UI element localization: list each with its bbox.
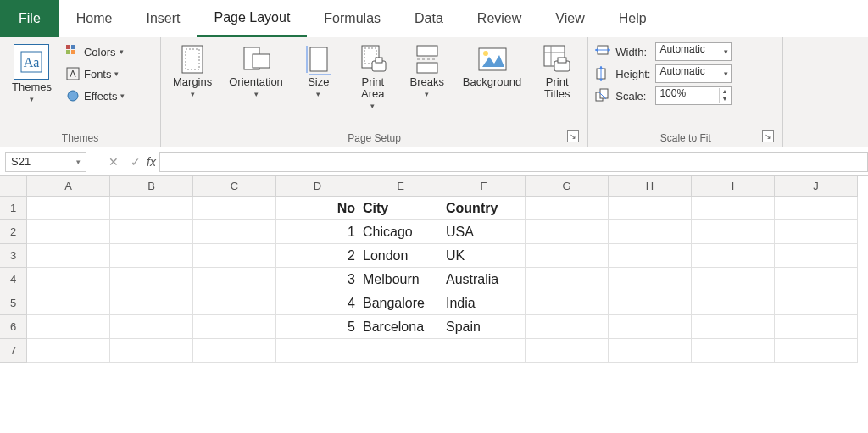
fx-icon[interactable]: fx [147,155,159,169]
cell[interactable]: No [276,197,359,220]
cell[interactable]: Spain [442,315,526,339]
cell[interactable] [110,244,193,268]
cell[interactable] [692,315,775,339]
row-header[interactable]: 1 [0,197,27,220]
col-header[interactable]: D [276,176,359,197]
cell[interactable]: Australia [442,268,526,291]
cell[interactable]: USA [442,220,526,244]
accept-formula-icon[interactable]: ✓ [125,155,147,169]
cell[interactable]: India [442,291,526,315]
cell[interactable] [193,220,276,244]
tab-view[interactable]: View [538,0,601,37]
background-button[interactable]: Background [458,42,526,90]
tab-page-layout[interactable]: Page Layout [197,0,307,37]
fonts-button[interactable]: A Fonts ▾ [64,64,127,83]
cell[interactable] [193,244,276,268]
row-header[interactable]: 7 [0,339,27,363]
cell[interactable] [27,268,110,291]
cell[interactable]: 5 [276,315,359,339]
cell[interactable]: London [359,244,442,268]
cell[interactable] [692,291,775,315]
themes-button[interactable]: Aa Themes ▾ [7,42,57,105]
cell[interactable] [775,315,858,339]
cell[interactable] [775,268,858,291]
cell[interactable] [609,220,692,244]
print-titles-button[interactable]: Print Titles [533,42,581,102]
cell[interactable] [609,244,692,268]
cell[interactable] [442,339,526,363]
cell[interactable] [27,220,110,244]
cell[interactable]: 3 [276,268,359,291]
row-header[interactable]: 4 [0,268,27,291]
cell[interactable] [692,244,775,268]
tab-review[interactable]: Review [460,0,538,37]
tab-formulas[interactable]: Formulas [307,0,398,37]
cell[interactable] [193,291,276,315]
tab-help[interactable]: Help [602,0,664,37]
width-select[interactable]: Automatic▾ [655,42,732,61]
margins-button[interactable]: Margins ▾ [168,42,217,100]
col-header[interactable]: C [193,176,276,197]
cell[interactable] [692,220,775,244]
orientation-button[interactable]: Orientation ▾ [224,42,288,100]
cell[interactable] [359,339,442,363]
cell[interactable] [526,291,609,315]
colors-button[interactable]: Colors ▾ [64,42,127,61]
cell[interactable] [526,220,609,244]
cell[interactable] [193,268,276,291]
cancel-formula-icon[interactable]: ✕ [103,155,125,169]
cell[interactable] [110,315,193,339]
cell[interactable] [775,339,858,363]
cell[interactable] [27,339,110,363]
cell[interactable]: City [359,197,442,220]
dialog-launcher-icon[interactable]: ↘ [567,130,579,142]
tab-data[interactable]: Data [398,0,460,37]
cell[interactable] [609,291,692,315]
cell[interactable] [609,315,692,339]
worksheet-grid[interactable]: A B C D E F G H I J 1 No City Country 2 … [0,176,868,363]
height-select[interactable]: Automatic▾ [655,64,732,83]
col-header[interactable]: A [27,176,110,197]
scale-spinner[interactable]: 100% ▲▼ [655,86,732,105]
cell[interactable] [692,268,775,291]
cell[interactable]: Chicago [359,220,442,244]
col-header[interactable]: I [692,176,775,197]
cell[interactable]: 2 [276,244,359,268]
cell[interactable] [692,197,775,220]
col-header[interactable]: E [359,176,442,197]
cell[interactable] [110,220,193,244]
cell[interactable] [27,315,110,339]
row-header[interactable]: 6 [0,315,27,339]
cell[interactable] [110,339,193,363]
col-header[interactable]: G [526,176,609,197]
cell[interactable] [526,268,609,291]
cell[interactable]: UK [442,244,526,268]
cell[interactable] [526,315,609,339]
cell[interactable] [775,220,858,244]
cell[interactable]: 4 [276,291,359,315]
cell[interactable] [110,197,193,220]
cell[interactable] [193,197,276,220]
cell[interactable] [526,339,609,363]
row-header[interactable]: 2 [0,220,27,244]
cell[interactable] [193,315,276,339]
effects-button[interactable]: Effects ▾ [64,86,127,105]
cell[interactable] [775,291,858,315]
cell[interactable] [27,291,110,315]
select-all-corner[interactable] [0,176,27,197]
row-header[interactable]: 3 [0,244,27,268]
file-tab[interactable]: File [0,0,59,37]
col-header[interactable]: J [775,176,858,197]
dialog-launcher-icon[interactable]: ↘ [762,130,774,142]
cell[interactable] [775,197,858,220]
col-header[interactable]: H [609,176,692,197]
name-box[interactable]: S21▾ [5,152,86,172]
cell[interactable] [609,339,692,363]
cell[interactable]: 1 [276,220,359,244]
spinner-icon[interactable]: ▲▼ [719,88,729,103]
cell[interactable]: Bangalore [359,291,442,315]
size-button[interactable]: Size ▾ [295,42,342,100]
formula-input[interactable] [159,152,868,172]
cell[interactable] [526,244,609,268]
col-header[interactable]: B [110,176,193,197]
